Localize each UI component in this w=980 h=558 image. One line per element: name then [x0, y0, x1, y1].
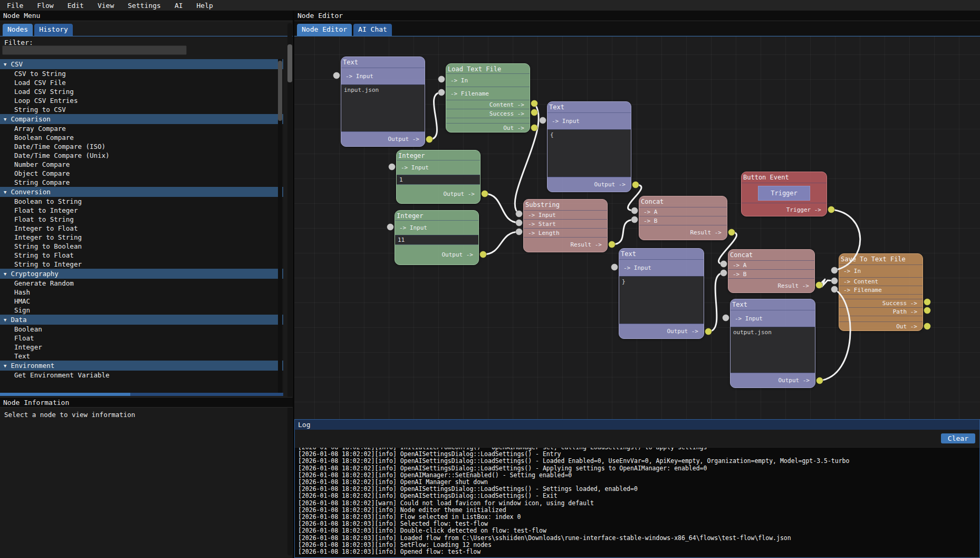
node-title: Load Text File — [446, 64, 530, 73]
node-list-horizontal-scrollbar[interactable] — [0, 393, 283, 396]
node-title: Text — [619, 249, 704, 259]
node-text[interactable]: Text-> Inputoutput.jsonOutput -> — [730, 299, 815, 388]
menu-item-flow[interactable]: Flow — [30, 1, 60, 10]
node-list-item-array-compare[interactable]: Array Compare — [0, 124, 283, 133]
tab-history[interactable]: History — [34, 24, 73, 36]
left-panel-tabs: Nodes History — [3, 24, 74, 36]
node-list-item-float-to-integer[interactable]: Float to Integer — [0, 206, 283, 215]
scrollbar-thumb[interactable] — [0, 393, 130, 396]
log-line: [2026-01-08 18:02:03][info] Opened flow:… — [298, 548, 979, 555]
collapse-triangle-icon: ▼ — [4, 271, 6, 277]
menu-item-ai[interactable]: AI — [168, 1, 190, 10]
node-list-vertical-scrollbar[interactable] — [278, 59, 282, 393]
output-port-label: Content -> — [489, 101, 524, 108]
node-list-item-boolean-compare[interactable]: Boolean Compare — [0, 133, 283, 142]
node-load-text-file[interactable]: Load Text File-> In-> FilenameContent ->… — [446, 63, 530, 133]
clear-log-button[interactable]: Clear — [941, 433, 975, 443]
scrollbar-thumb[interactable] — [278, 61, 282, 121]
node-list-item-hash[interactable]: Hash — [0, 288, 283, 297]
category-header-environment[interactable]: ▼Environment — [0, 361, 283, 371]
trigger-button[interactable]: Trigger — [758, 186, 810, 201]
node-list-item-load-csv-file[interactable]: Load CSV File — [0, 78, 283, 87]
node-integer[interactable]: Integer-> Input1Output -> — [396, 150, 481, 204]
category-label: Cryptography — [11, 270, 58, 278]
menu-item-view[interactable]: View — [91, 1, 121, 10]
category-header-comparison[interactable]: ▼Comparison — [0, 114, 283, 124]
menu-item-edit[interactable]: Edit — [61, 1, 91, 10]
scrollbar-thumb[interactable] — [287, 44, 292, 82]
node-value-field[interactable]: 11 — [395, 235, 478, 244]
left-panel-scrollbar[interactable] — [287, 23, 292, 555]
tab-nodes[interactable]: Nodes — [3, 24, 33, 36]
node-list-item-sign[interactable]: Sign — [0, 306, 283, 315]
node-list-item-boolean-to-string[interactable]: Boolean to String — [0, 197, 283, 206]
log-title: Log — [295, 420, 979, 430]
node-list-item-float[interactable]: Float — [0, 334, 283, 343]
node-list-item-string-to-boolean[interactable]: String to Boolean — [0, 242, 283, 251]
output-port-label: Trigger -> — [786, 206, 821, 213]
category-header-data[interactable]: ▼Data — [0, 315, 283, 325]
node-title: Text — [731, 299, 815, 310]
node-list-item-hmac[interactable]: HMAC — [0, 297, 283, 306]
node-list-item-string-to-float[interactable]: String to Float — [0, 251, 283, 260]
node-list-item-float-to-string[interactable]: Float to String — [0, 215, 283, 224]
node-text-field[interactable]: input.json — [341, 84, 425, 131]
node-list-item-csv-to-string[interactable]: CSV to String — [0, 69, 283, 78]
category-header-csv[interactable]: ▼CSV — [0, 59, 283, 69]
node-text[interactable]: Text-> Input}Output -> — [619, 248, 704, 339]
category-header-conversion[interactable]: ▼Conversion — [0, 187, 283, 197]
menu-item-file[interactable]: File — [0, 1, 30, 10]
node-substring[interactable]: Substring-> Input-> Start-> LengthResult… — [523, 199, 608, 252]
node-list[interactable]: ▼CSVCSV to StringLoad CSV FileLoad CSV S… — [0, 59, 283, 393]
menu-item-help[interactable]: Help — [190, 1, 220, 10]
output-port-label: Success -> — [489, 110, 524, 117]
node-text-field[interactable]: output.json — [731, 327, 815, 373]
node-button-event[interactable]: Button EventTriggerTrigger -> — [741, 172, 827, 216]
left-panel-title: Node Menu — [0, 11, 293, 21]
node-information-title: Node Information — [0, 397, 293, 408]
input-port-label: -> Input — [528, 212, 556, 219]
node-list-item-date-time-compare-unix-[interactable]: Date/Time Compare (Unix) — [0, 151, 283, 160]
node-list-item-string-to-csv[interactable]: String to CSV — [0, 105, 283, 114]
tab-ai-chat[interactable]: AI Chat — [353, 24, 392, 36]
node-list-item-object-compare[interactable]: Object Compare — [0, 169, 283, 178]
node-list-item-generate-random[interactable]: Generate Random — [0, 279, 283, 288]
node-list-item-text[interactable]: Text — [0, 352, 283, 361]
node-canvas[interactable]: Text-> Inputinput.jsonOutput ->Load Text… — [294, 36, 980, 419]
node-list-item-loop-csv-entries[interactable]: Loop CSV Entries — [0, 96, 283, 105]
node-text-field[interactable]: } — [619, 276, 704, 324]
node-title: Save To Text File — [839, 254, 923, 264]
output-port-label: Result -> — [690, 229, 722, 236]
node-list-item-string-to-integer[interactable]: String to Integer — [0, 260, 283, 269]
node-save-to-text-file[interactable]: Save To Text File-> In-> Content-> Filen… — [839, 253, 923, 331]
log-line: [2026-01-08 18:02:02][info] OpenAISettin… — [298, 465, 979, 472]
input-port-label: -> B — [643, 217, 658, 224]
node-title: Substring — [524, 200, 607, 210]
filter-input[interactable] — [2, 45, 187, 55]
node-list-item-load-csv-string[interactable]: Load CSV String — [0, 87, 283, 96]
input-port-label: -> Filename — [843, 287, 882, 294]
node-list-item-string-compare[interactable]: String Compare — [0, 178, 283, 187]
node-value-field[interactable]: 1 — [397, 175, 480, 184]
node-list-item-date-time-compare-iso-[interactable]: Date/Time Compare (ISO) — [0, 142, 283, 151]
node-list-item-integer-to-string[interactable]: Integer to String — [0, 233, 283, 242]
node-text[interactable]: Text-> Input{Output -> — [547, 101, 631, 192]
node-concat[interactable]: Concat-> A-> BResult -> — [639, 196, 727, 240]
node-list-item-integer-to-float[interactable]: Integer to Float — [0, 224, 283, 233]
node-list-item-boolean[interactable]: Boolean — [0, 325, 283, 334]
menu-item-settings[interactable]: Settings — [121, 1, 168, 10]
node-list-item-integer[interactable]: Integer — [0, 343, 283, 352]
input-port-label: -> A — [733, 262, 747, 269]
log-output[interactable]: [2026-01-08 18:02:02][info] InitializeFr… — [295, 447, 979, 557]
node-integer[interactable]: Integer-> Input11Output -> — [395, 210, 479, 265]
output-port-label: Output -> — [443, 191, 475, 197]
input-port-label: -> Input — [552, 118, 580, 125]
node-concat[interactable]: Concat-> A-> BResult -> — [728, 249, 815, 293]
category-header-cryptography[interactable]: ▼Cryptography — [0, 269, 283, 279]
tab-node-editor[interactable]: Node Editor — [297, 24, 352, 36]
node-text[interactable]: Text-> Inputinput.jsonOutput -> — [341, 56, 425, 147]
node-text-field[interactable]: { — [547, 129, 631, 177]
node-list-item-get-environment-variable[interactable]: Get Environment Variable — [0, 371, 283, 380]
log-line: [2026-01-08 18:02:02][info] OpenAISettin… — [298, 458, 979, 465]
node-list-item-number-compare[interactable]: Number Compare — [0, 160, 283, 169]
